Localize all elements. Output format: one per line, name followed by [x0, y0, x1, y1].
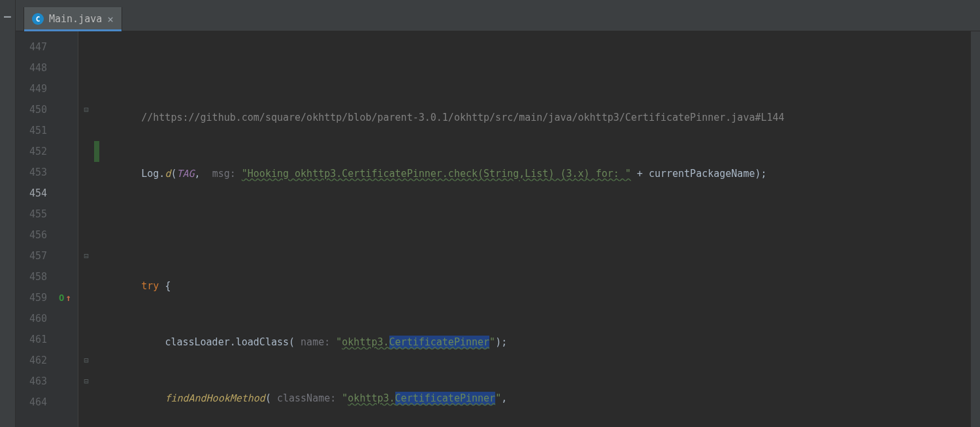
change-marker: [94, 141, 99, 162]
code-line: //https://github.com/square/okhttp/blob/…: [94, 107, 980, 128]
editor-tabbar: C Main.java ×: [0, 0, 980, 31]
line-number: 456: [16, 225, 52, 245]
tab-filename: Main.java: [49, 13, 102, 25]
line-number: 459: [16, 287, 52, 308]
line-number: 464: [16, 392, 52, 413]
line-number: 462: [16, 350, 52, 371]
line-number: 457: [16, 245, 52, 266]
code-area[interactable]: //https://github.com/square/okhttp/blob/…: [94, 31, 980, 427]
line-number: 461: [16, 329, 52, 350]
editor-scrollbar[interactable]: [971, 31, 980, 427]
line-number: 449: [16, 78, 52, 99]
fold-toggle-icon[interactable]: ⊟: [78, 371, 94, 392]
line-number: 448: [16, 57, 52, 78]
line-number: 455: [16, 204, 52, 225]
line-number: 452: [16, 141, 52, 162]
code-line: [94, 219, 980, 240]
tool-window-stripe-top[interactable]: —: [0, 0, 16, 31]
close-icon[interactable]: ×: [107, 13, 114, 25]
fold-toggle-icon[interactable]: ⊟: [78, 350, 94, 371]
override-marker-icon[interactable]: O↑: [52, 287, 78, 308]
code-editor[interactable]: 447 448 449 450 451 452 453 454 455 456 …: [16, 31, 980, 427]
gutter-line-numbers: 447 448 449 450 451 452 453 454 455 456 …: [16, 31, 52, 427]
line-number: 454: [16, 183, 52, 204]
minimize-icon: —: [4, 9, 11, 23]
tool-window-stripe[interactable]: [0, 31, 16, 427]
line-number: 447: [16, 37, 52, 57]
fold-toggle-icon[interactable]: ⊟: [78, 99, 94, 120]
code-line: Log.d(TAG, msg: "Hooking okhttp3.Certifi…: [94, 163, 980, 184]
code-line: try {: [94, 276, 980, 296]
fold-toggle-icon[interactable]: ⊟: [78, 245, 94, 266]
line-number: 451: [16, 120, 52, 141]
gutter-icons: O↑: [52, 31, 78, 427]
line-number: 458: [16, 266, 52, 287]
code-line: findAndHookMethod( className: "okhttp3.C…: [94, 388, 980, 409]
line-number: 460: [16, 308, 52, 329]
code-line: classLoader.loadClass( name: "okhttp3.Ce…: [94, 332, 980, 353]
java-class-icon: C: [32, 13, 44, 25]
line-number: 463: [16, 371, 52, 392]
tab-main-java[interactable]: C Main.java ×: [24, 7, 122, 31]
line-number: 453: [16, 162, 52, 183]
line-number: 450: [16, 99, 52, 120]
gutter-folding: ⊟ ⊟ ⊟ ⊟: [78, 31, 94, 427]
